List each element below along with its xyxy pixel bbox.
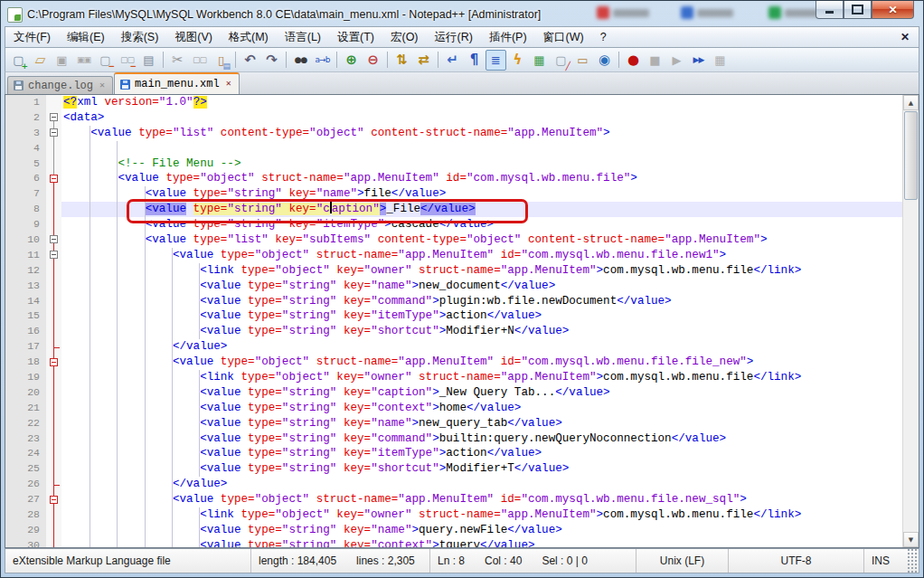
code-text[interactable]: <value type="object" struct-name="app.Me… [61, 492, 903, 507]
tab-main_menu.xml[interactable]: main_menu.xml✕ [114, 72, 240, 94]
sync-vertical-icon[interactable]: ⇅ [391, 50, 412, 71]
tab-close-icon[interactable]: ✕ [224, 79, 233, 90]
code-text[interactable]: <value type="string" key="shortcut">Modi… [61, 461, 903, 477]
cut-icon[interactable]: ✂ [167, 50, 188, 71]
code-text[interactable]: <value type="string" key="context">tquer… [61, 538, 903, 547]
print-icon[interactable]: ▤ [138, 50, 159, 71]
menu-bar-close-icon[interactable]: ✕ [891, 31, 919, 43]
view-monitor-icon[interactable]: ◉ [594, 50, 615, 71]
code-text[interactable]: <link type="object" key="owner" struct-n… [61, 370, 903, 385]
redo-icon[interactable]: ↷ [261, 50, 282, 71]
macro-run-multiple-icon[interactable]: ▶▶ [688, 50, 709, 71]
save-all-icon[interactable]: ▣▣ [73, 50, 94, 71]
project-panel-icon[interactable]: ▭ [572, 50, 593, 71]
code-text[interactable]: </value> [61, 339, 903, 355]
fold-margin[interactable] [46, 248, 61, 263]
close-button[interactable]: ✕ [872, 1, 914, 19]
macro-save-icon[interactable]: ▦ [710, 50, 731, 71]
maximize-button[interactable] [844, 1, 872, 19]
menu-item-5[interactable]: 格式(M) [221, 28, 277, 47]
code-text[interactable]: <value type="string" key="command">built… [61, 431, 903, 447]
code-text[interactable]: <value type="string" key="command">plugi… [61, 294, 903, 309]
code-text[interactable]: <value type="string" key="name">query.ne… [61, 523, 903, 538]
menu-item-2[interactable]: 编辑(E) [59, 28, 113, 47]
fold-margin[interactable] [46, 126, 61, 141]
tab-change.log[interactable]: change.log✕ [7, 76, 113, 94]
doc-switcher-icon[interactable]: ▢╱ [551, 50, 571, 71]
code-text[interactable]: <value type="list" content-type="object"… [61, 126, 903, 141]
fold-margin[interactable] [46, 355, 61, 370]
open-folder-icon[interactable]: ▱ [30, 50, 51, 71]
menu-item-1[interactable]: 文件(F) [5, 28, 59, 47]
copy-icon[interactable]: ▢▢ [189, 50, 210, 71]
code-text[interactable]: <value type="string" key="itemType">acti… [61, 446, 903, 461]
code-text[interactable]: <value type="object" struct-name="app.Me… [61, 355, 903, 370]
code-text[interactable]: <value type="list" key="subItems" conten… [61, 232, 903, 248]
fold-collapse-icon[interactable] [50, 251, 58, 259]
code-text[interactable]: <?xml version="1.0"?> [61, 95, 903, 110]
menu-item-8[interactable]: 宏(O) [382, 28, 427, 47]
code-text[interactable]: <value type="string" key="itemType">casc… [61, 217, 903, 232]
sync-horizontal-icon[interactable]: ⇄ [413, 50, 434, 71]
fold-collapse-icon[interactable] [50, 113, 58, 121]
macro-record-icon[interactable]: ● [623, 50, 644, 71]
code-text[interactable]: <value type="string" key="name">new_docu… [61, 279, 903, 294]
code-text[interactable]: <!-- File Menu --> [61, 156, 903, 172]
function-list-icon[interactable]: ϟ [507, 50, 528, 71]
zoom-out-icon[interactable]: ⊖ [363, 50, 383, 71]
undo-icon[interactable]: ↶ [240, 50, 260, 71]
code-text[interactable]: <link type="object" key="owner" struct-n… [61, 263, 903, 279]
code-text[interactable]: <value type="string" key="name">new_quer… [61, 416, 903, 431]
code-text[interactable]: <value type="string" key="caption">_File… [61, 202, 903, 217]
replace-icon[interactable]: a→b [312, 50, 333, 71]
fold-collapse-icon[interactable] [50, 235, 58, 243]
fold-collapse-icon[interactable] [50, 496, 58, 504]
scroll-up-button[interactable]: ▲ [903, 95, 919, 110]
code-text[interactable]: <value type="string" key="caption">_New … [61, 385, 903, 401]
fold-collapse-icon[interactable] [50, 175, 58, 183]
code-text[interactable]: <value type="string" key="itemType">acti… [61, 308, 903, 324]
menu-item-4[interactable]: 视图(V) [166, 28, 221, 47]
fold-margin[interactable] [46, 110, 61, 126]
new-file-icon[interactable]: ▢+ [8, 50, 29, 71]
code-text[interactable]: <value type="object" struct-name="app.Me… [61, 248, 903, 263]
vertical-scrollbar[interactable]: ▲ ▼ [902, 95, 919, 547]
code-text[interactable]: <value type="string" key="shortcut">Modi… [61, 324, 903, 339]
show-all-chars-icon[interactable]: ¶ [464, 50, 485, 71]
save-icon[interactable]: ▣ [52, 50, 72, 71]
doc-map-icon[interactable]: ▦ [529, 50, 550, 71]
tab-close-icon[interactable]: ✕ [98, 81, 107, 91]
scrollbar-thumb[interactable] [904, 111, 918, 200]
code-text[interactable]: <data> [61, 110, 903, 126]
code-text[interactable]: </value> [61, 477, 903, 492]
menu-item-6[interactable]: 语言(L) [277, 28, 329, 47]
indent-guide-icon[interactable]: ≣ [486, 50, 506, 71]
menu-item-9[interactable]: 运行(R) [427, 28, 481, 47]
find-icon[interactable]: ●● [290, 50, 311, 71]
close-all-docs-icon[interactable]: ▢▢− [117, 50, 137, 71]
code-text[interactable] [61, 141, 903, 156]
minimize-button[interactable] [816, 1, 844, 19]
macro-stop-icon[interactable]: ■ [645, 50, 665, 71]
editor-area[interactable]: 1<?xml version="1.0"?>2<data>3<value typ… [5, 94, 919, 548]
code-text[interactable]: <value type="string" key="context">home<… [61, 401, 903, 416]
fold-collapse-icon[interactable] [50, 358, 58, 366]
macro-play-icon[interactable]: ▶ [666, 50, 687, 71]
fold-collapse-icon[interactable] [50, 128, 58, 137]
fold-margin[interactable] [46, 492, 61, 507]
fold-margin[interactable] [46, 171, 61, 186]
menu-item-7[interactable]: 设置(T) [329, 28, 382, 47]
code-text[interactable]: <link type="object" key="owner" struct-n… [61, 507, 903, 523]
fold-margin[interactable] [46, 232, 61, 248]
menu-item-12[interactable]: ? [592, 28, 615, 47]
menu-item-10[interactable]: 插件(P) [481, 28, 535, 47]
paste-icon[interactable]: ▯▤ [211, 50, 231, 71]
close-doc-icon[interactable]: ▢− [95, 50, 116, 71]
zoom-in-icon[interactable]: ⊕ [341, 50, 362, 71]
menu-item-3[interactable]: 搜索(S) [113, 28, 167, 47]
menu-item-11[interactable]: 窗口(W) [535, 28, 592, 47]
code-text[interactable]: <value type="string" key="name">file</va… [61, 186, 903, 202]
resize-grip[interactable] [906, 549, 919, 573]
scroll-down-button[interactable]: ▼ [903, 532, 919, 547]
code-text[interactable]: <value type="object" struct-name="app.Me… [61, 171, 903, 186]
